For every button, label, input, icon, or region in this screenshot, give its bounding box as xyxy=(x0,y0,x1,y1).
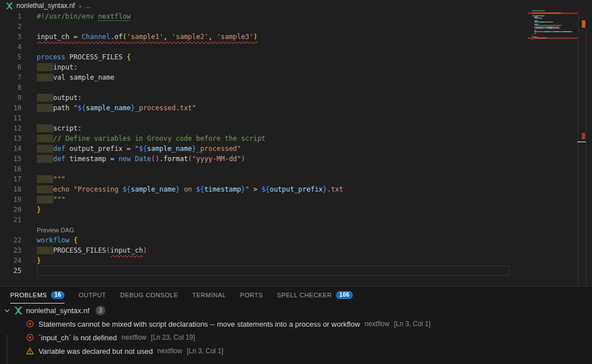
tab-spell-checker[interactable]: SPELL CHECKER106 xyxy=(277,287,353,304)
token: > xyxy=(249,185,262,193)
problem-source: nextflow xyxy=(365,320,390,328)
token: " xyxy=(135,145,139,153)
token: ) xyxy=(143,246,147,254)
token: ( xyxy=(123,33,127,41)
code-editor[interactable]: 1#!/usr/bin/env nextflow23input_ch = Cha… xyxy=(0,11,592,286)
token xyxy=(70,236,74,244)
tab-terminal[interactable]: TERMINAL xyxy=(192,287,226,304)
overview-ruler[interactable] xyxy=(578,11,586,286)
code-content: // Define variables in Groovy code befor… xyxy=(37,133,266,144)
code-line[interactable]: 16 xyxy=(0,164,592,174)
minimap[interactable] xyxy=(528,10,578,276)
tab-label: TERMINAL xyxy=(192,292,226,298)
problem-row[interactable]: Variable was declared but not usednextfl… xyxy=(0,344,592,358)
token: def xyxy=(53,155,66,163)
token: output_prefix = xyxy=(66,145,135,153)
code-content: """ xyxy=(37,194,66,205)
token: nextflow xyxy=(98,12,131,20)
code-line[interactable]: 8 xyxy=(0,83,592,93)
code-line[interactable]: 3input_ch = Channel.of('sample1', 'sampl… xyxy=(0,32,592,42)
line-number: 15 xyxy=(0,154,21,164)
code-line[interactable]: 6 input: xyxy=(0,62,592,72)
minimap-code xyxy=(563,31,569,32)
code-line[interactable]: 14 def output_prefix = "${sample_name}_p… xyxy=(0,144,592,154)
line-number: 16 xyxy=(0,164,21,174)
token: ) xyxy=(241,155,245,163)
code-line[interactable]: 7 val sample_name xyxy=(0,72,592,83)
token: () xyxy=(151,155,159,163)
token: } xyxy=(192,145,196,153)
code-line[interactable]: 2 xyxy=(0,21,592,32)
minimap-code xyxy=(542,37,546,38)
line-number: 6 xyxy=(0,62,21,72)
code-line[interactable]: 9 output: xyxy=(0,93,592,103)
code-line[interactable]: 15 def timestamp = new Date().format("yy… xyxy=(0,154,592,164)
tab-debug-console[interactable]: DEBUG CONSOLE xyxy=(120,287,178,304)
code-line[interactable]: 17 """ xyxy=(0,174,592,184)
code-line[interactable]: 5process PROCESS_FILES { xyxy=(0,52,592,62)
tab-output[interactable]: OUTPUT xyxy=(79,287,106,304)
token: format xyxy=(163,155,188,163)
token: val sample_name xyxy=(53,73,114,81)
minimap-code xyxy=(539,21,545,23)
line-number: 11 xyxy=(0,113,21,123)
minimap-code xyxy=(534,18,542,19)
token: script: xyxy=(53,124,82,132)
code-line[interactable]: 13 // Define variables in Groovy code be… xyxy=(0,133,592,144)
code-line[interactable]: 19 """ xyxy=(0,194,592,205)
breadcrumb-filename[interactable]: nonlethal_syntax.nf xyxy=(16,2,75,10)
tab-problems[interactable]: PROBLEMS16 xyxy=(10,287,64,304)
indent-highlight xyxy=(37,73,53,81)
token: 'sample3' xyxy=(217,33,253,41)
token: ) xyxy=(253,33,257,41)
breadcrumb[interactable]: nonlethal_syntax.nf › ... xyxy=(0,0,592,11)
line-number: 24 xyxy=(0,255,21,266)
code-line[interactable]: 12 script: xyxy=(0,123,592,133)
problem-message: `input_ch` is not defined xyxy=(38,333,117,342)
code-line[interactable]: 25 xyxy=(0,266,592,276)
error-icon xyxy=(26,320,34,328)
line-number: 23 xyxy=(0,245,21,255)
code-content: #!/usr/bin/env nextflow xyxy=(37,11,131,21)
token: sample_name xyxy=(86,104,131,112)
indent-highlight xyxy=(37,124,53,132)
chevron-down-icon[interactable] xyxy=(3,307,11,314)
minimap-code xyxy=(545,21,553,23)
line-number: 5 xyxy=(0,52,21,62)
problems-file-row[interactable]: nonlethal_syntax.nf3 xyxy=(0,304,592,317)
problem-row[interactable]: `input_ch` is not definednextflow[Ln 23,… xyxy=(0,331,592,344)
token: input: xyxy=(53,63,77,71)
code-line[interactable]: 1#!/usr/bin/env nextflow xyxy=(0,11,592,21)
token: , xyxy=(209,33,217,41)
error-marker-top xyxy=(582,20,585,28)
code-line[interactable]: 11 xyxy=(0,113,592,123)
code-line[interactable]: 23 PROCESS_FILES(input_ch) xyxy=(0,245,592,255)
code-line[interactable]: 10 path "${sample_name}_processed.txt" xyxy=(0,103,592,113)
codelens-row: Preview DAG xyxy=(0,225,592,235)
token: ${ xyxy=(123,185,131,193)
token: on xyxy=(180,185,196,193)
codelens-preview-dag[interactable]: Preview DAG xyxy=(37,227,74,233)
code-line[interactable]: 20} xyxy=(0,205,592,215)
code-content: process PROCESS_FILES { xyxy=(37,52,131,62)
token: } xyxy=(323,185,327,193)
code-line[interactable]: 21 xyxy=(0,215,592,225)
code-line[interactable]: 4 xyxy=(0,42,592,52)
line-number: 25 xyxy=(0,266,21,276)
minimap-code xyxy=(534,37,541,38)
tab-count-badge: 16 xyxy=(51,291,64,299)
line-number: 9 xyxy=(0,93,21,103)
problem-row[interactable]: Statements cannot be mixed with script d… xyxy=(0,317,592,331)
breadcrumb-more[interactable]: ... xyxy=(85,2,91,10)
code-line[interactable]: 22workflow { xyxy=(0,235,592,245)
code-line[interactable]: 24} xyxy=(0,255,592,266)
token: "yyyy-MM-dd" xyxy=(192,155,241,163)
line-number: 14 xyxy=(0,144,21,154)
token: } xyxy=(176,185,180,193)
tab-label: PROBLEMS xyxy=(10,292,47,298)
code-line[interactable]: 18 echo "Processing ${sample_name} on ${… xyxy=(0,184,592,194)
problems-file-name: nonlethal_syntax.nf xyxy=(26,306,89,315)
tab-ports[interactable]: PORTS xyxy=(240,287,263,304)
token: #!/usr/bin/env xyxy=(37,12,98,20)
line-number: 4 xyxy=(0,42,21,52)
